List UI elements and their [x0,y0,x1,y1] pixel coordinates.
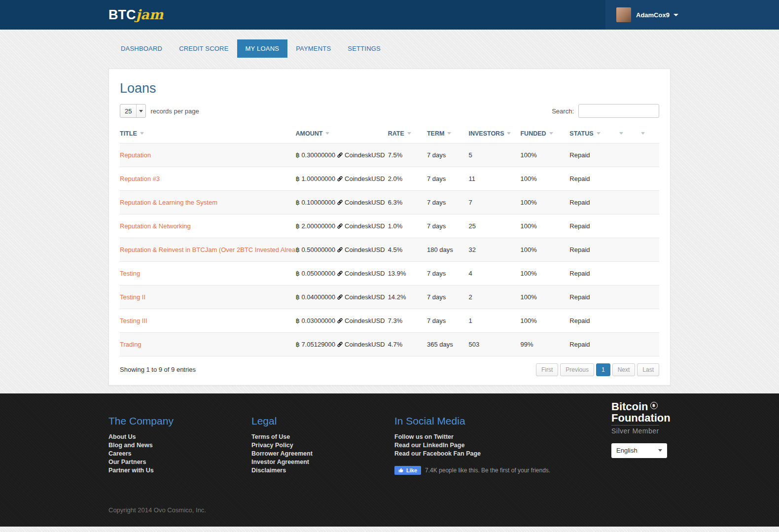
loan-term: 7 days [427,285,468,309]
col-header-term[interactable]: TERM [427,126,468,143]
loan-rate: 14.2% [388,285,427,309]
footer-link[interactable]: Read our Facebook Fan Page [394,450,562,458]
loan-title-link[interactable]: Reputation [120,151,151,159]
loan-investors: 32 [468,238,520,261]
loan-term: 7 days [427,309,468,332]
col-header-title[interactable]: TITLE [120,126,296,143]
footer-link[interactable]: About Us [108,433,251,441]
loan-row: Reputation & Learning the System฿ 0.1000… [120,190,659,214]
loan-status: Repaid [569,190,616,214]
loan-title-link[interactable]: Trading [120,341,142,348]
footer-link[interactable]: Our Partners [108,458,251,466]
sort-caret-icon [140,132,144,135]
col-header-rate[interactable]: RATE [388,126,427,143]
loan-currency: CoindeskUSD [345,317,385,324]
page-btn-last[interactable]: Last [637,363,659,376]
loan-rate: 6.3% [388,190,427,214]
loan-term: 180 days [427,238,468,261]
footer-link[interactable]: Privacy Policy [251,441,394,450]
col-header-funded[interactable]: FUNDED [520,126,569,143]
records-per-page-value: 25 [120,107,136,115]
loan-amount: ฿ 0.10000000 [296,199,336,206]
loan-investors: 2 [468,285,520,309]
user-name: AdamCox9 [636,11,670,19]
page-btn-next[interactable]: Next [612,363,636,376]
user-menu[interactable]: AdamCox9 [605,0,779,30]
loan-row: Reputation฿ 0.30000000CoindeskUSD7.5%7 d… [120,143,659,167]
page-btn-previous[interactable]: Previous [560,363,594,376]
btcjam-logo[interactable]: BTCjam [108,7,163,23]
footer-link[interactable]: Disclaimers [251,466,394,475]
loan-status: Repaid [569,167,616,190]
footer-link[interactable]: Investor Agreement [251,458,394,466]
page-title: Loans [120,81,659,96]
link-icon [336,199,344,206]
tab-my-loans[interactable]: MY LOANS [237,39,288,58]
loan-title-link[interactable]: Testing [120,270,140,277]
loan-title-link[interactable]: Reputation & Learning the System [120,199,217,206]
col-header-blank[interactable] [638,126,659,143]
loan-funded: 100% [520,309,569,332]
footer-heading: Legal [251,415,394,427]
loan-currency: CoindeskUSD [345,151,385,159]
entries-summary: Showing 1 to 9 of 9 entries [120,366,196,373]
loan-status: Repaid [569,238,616,261]
link-icon [336,246,344,253]
footer-link[interactable]: Partner with Us [108,466,251,475]
link-icon [336,175,344,182]
footer-link[interactable]: Blog and News [108,441,251,450]
col-header-investors[interactable]: INVESTORS [468,126,520,143]
footer-heading: The Company [108,415,251,427]
footer-link[interactable]: Follow us on Twitter [394,433,562,441]
loan-funded: 100% [520,167,569,190]
loans-card: Loans 25 records per page Search: TITLEA… [108,69,671,386]
loan-row: Reputation & Networking฿ 2.00000000Coind… [120,214,659,238]
loan-title-link[interactable]: Reputation #3 [120,175,160,182]
avatar[interactable] [616,7,631,22]
loan-amount: ฿ 0.50000000 [296,246,336,253]
loan-rate: 1.0% [388,214,427,238]
thumbs-up-icon [398,467,404,473]
language-value: English [616,447,637,454]
footer-badge-column: Bitcoin ฿ Foundation Silver Member Engli… [611,401,671,458]
page-btn-first[interactable]: First [536,363,558,376]
col-header-blank[interactable] [616,126,637,143]
records-per-page-select[interactable]: 25 [120,104,146,118]
tab-settings[interactable]: SETTINGS [339,39,389,58]
footer-link[interactable]: Borrower Agreement [251,450,394,458]
search-input[interactable] [578,104,659,118]
loan-title-link[interactable]: Testing II [120,293,145,301]
footer-link[interactable]: Careers [108,450,251,458]
loan-status: Repaid [569,332,616,356]
loan-funded: 100% [520,143,569,167]
tab-credit-score[interactable]: CREDIT SCORE [171,39,237,58]
tab-dashboard[interactable]: DASHBOARD [112,39,171,58]
link-icon [336,222,344,230]
loan-investors: 1 [468,309,520,332]
sort-caret-icon [619,132,623,135]
footer-link[interactable]: Terms of Use [251,433,394,441]
col-header-status[interactable]: STATUS [569,126,616,143]
loan-title-link[interactable]: Reputation & Networking [120,222,191,230]
loan-title-link[interactable]: Testing III [120,317,147,324]
loan-investors: 25 [468,214,520,238]
loan-currency: CoindeskUSD [345,293,385,301]
table-header-row: TITLEAMOUNTRATETERMINVESTORSFUNDEDSTATUS [120,126,659,143]
bitcoin-foundation-icon: ฿ [650,402,658,409]
sort-caret-icon [597,132,601,135]
loan-investors: 4 [468,261,520,285]
tab-payments[interactable]: PAYMENTS [287,39,339,58]
sort-caret-icon [641,132,645,135]
footer-link[interactable]: Read our LinkedIn Page [394,441,562,450]
loan-funded: 100% [520,190,569,214]
loan-amount: ฿ 7.05129000 [296,341,336,348]
main-nav: DASHBOARDCREDIT SCOREMY LOANSPAYMENTSSET… [0,30,779,58]
facebook-like-button[interactable]: Like [394,466,421,475]
loan-title-link[interactable]: Reputation & Reinvest in BTCJam (Over 2B… [120,246,296,253]
page-btn-1[interactable]: 1 [596,363,610,376]
loan-amount: ฿ 0.04000000 [296,293,336,301]
loan-term: 7 days [427,143,468,167]
app-header: BTCjam AdamCox9 [0,0,779,30]
col-header-amount[interactable]: AMOUNT [296,126,388,143]
language-select[interactable]: English [611,443,667,458]
